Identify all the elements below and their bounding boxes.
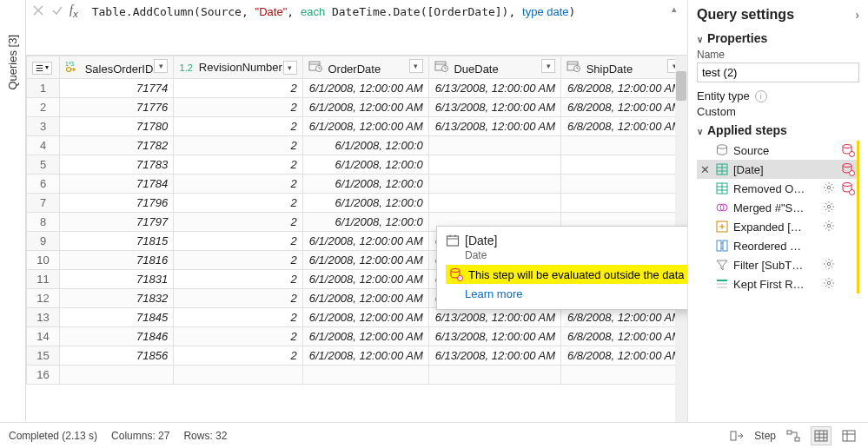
table-row[interactable]: 47178226/1/2008, 12:00:0	[27, 136, 687, 155]
cell-salesorderid[interactable]: 71783	[60, 155, 174, 175]
cell-shipdate[interactable]: 6/8/2008, 12:00:00 AM	[561, 98, 687, 117]
table-row[interactable]: 17177426/1/2008, 12:00:00 AM6/13/2008, 1…	[27, 79, 687, 98]
cell-shipdate[interactable]	[561, 366, 687, 385]
cell-revisionnumber[interactable]: 2	[174, 175, 303, 194]
applied-step[interactable]: Filter [SubT…	[697, 255, 857, 274]
gear-icon[interactable]	[823, 277, 837, 291]
cell-salesorderid[interactable]: 71856	[60, 346, 174, 366]
cell-salesorderid[interactable]: 71780	[60, 117, 174, 136]
table-row[interactable]: 16	[27, 366, 687, 385]
cell-salesorderid[interactable]: 71846	[60, 327, 174, 346]
cell-duedate[interactable]: 6/13/2008, 12:00:00 AM	[428, 346, 560, 366]
table-row[interactable]: 37178026/1/2008, 12:00:00 AM6/13/2008, 1…	[27, 117, 687, 136]
cell-duedate[interactable]: 6/13/2008, 12:00:00 AM	[428, 117, 560, 136]
cell-orderdate[interactable]: 6/1/2008, 12:00:00 AM	[302, 232, 428, 251]
applied-step[interactable]: Source	[697, 141, 857, 160]
cell-salesorderid[interactable]: 71796	[60, 194, 174, 213]
formula-expand-button[interactable]: ▴	[666, 3, 682, 15]
table-row[interactable]: 67178426/1/2008, 12:00:0	[27, 175, 687, 194]
row-header[interactable]: 4	[27, 136, 60, 155]
row-header[interactable]: 10	[27, 251, 60, 270]
cell-duedate[interactable]: 6/13/2008, 12:00:00 AM	[428, 98, 560, 117]
queries-rail[interactable]: Queries [3]	[0, 0, 26, 422]
cell-duedate[interactable]	[428, 175, 560, 194]
cell-duedate[interactable]: 6/13/2008, 12:00:00 AM	[428, 79, 560, 98]
col-header-shipdate[interactable]: ShipDate ▾	[561, 56, 687, 79]
learn-more-link[interactable]: Learn more	[465, 287, 687, 300]
cell-shipdate[interactable]	[561, 155, 687, 175]
col-filter-button[interactable]: ▾	[283, 61, 297, 75]
cell-orderdate[interactable]: 6/1/2008, 12:00:00 AM	[302, 270, 428, 289]
cell-orderdate[interactable]: 6/1/2008, 12:00:0	[302, 136, 428, 155]
cell-orderdate[interactable]: 6/1/2008, 12:00:00 AM	[302, 251, 428, 270]
cell-revisionnumber[interactable]: 2	[174, 289, 303, 308]
row-header[interactable]: 12	[27, 289, 60, 308]
table-row[interactable]: 57178326/1/2008, 12:00:0	[27, 155, 687, 175]
applied-steps-heading[interactable]: Applied steps	[697, 123, 859, 137]
cell-orderdate[interactable]	[302, 366, 428, 385]
col-header-revisionnumber[interactable]: 1.2 RevisionNumber ▾	[174, 56, 303, 79]
applied-step[interactable]: Kept First R…	[697, 274, 857, 293]
cell-orderdate[interactable]: 6/1/2008, 12:00:0	[302, 175, 428, 194]
cell-shipdate[interactable]: 6/8/2008, 12:00:00 AM	[561, 346, 687, 366]
panel-collapse-button[interactable]: ›	[855, 8, 859, 22]
row-header[interactable]: 14	[27, 327, 60, 346]
cell-orderdate[interactable]: 6/1/2008, 12:00:00 AM	[302, 346, 428, 366]
col-header-duedate[interactable]: DueDate ▾	[428, 56, 560, 79]
cell-shipdate[interactable]: 6/8/2008, 12:00:00 AM	[561, 79, 687, 98]
cell-shipdate[interactable]: 6/8/2008, 12:00:00 AM	[561, 117, 687, 136]
cell-revisionnumber[interactable]: 2	[174, 232, 303, 251]
gear-icon[interactable]	[823, 258, 837, 272]
cell-duedate[interactable]	[428, 366, 560, 385]
table-picker-icon[interactable]: ☰▾	[32, 62, 52, 75]
cell-orderdate[interactable]: 6/1/2008, 12:00:0	[302, 213, 428, 232]
table-row[interactable]: 27177626/1/2008, 12:00:00 AM6/13/2008, 1…	[27, 98, 687, 117]
step-nav-button[interactable]	[726, 426, 747, 445]
cell-salesorderid[interactable]: 71832	[60, 289, 174, 308]
row-header[interactable]: 15	[27, 346, 60, 366]
cell-orderdate[interactable]: 6/1/2008, 12:00:0	[302, 155, 428, 175]
cell-revisionnumber[interactable]: 2	[174, 117, 303, 136]
cell-salesorderid[interactable]: 71797	[60, 213, 174, 232]
row-header[interactable]: 13	[27, 308, 60, 327]
cell-shipdate[interactable]	[561, 136, 687, 155]
select-all-corner[interactable]: ☰▾	[27, 56, 60, 79]
cell-revisionnumber[interactable]: 2	[174, 98, 303, 117]
cell-duedate[interactable]	[428, 136, 560, 155]
cell-revisionnumber[interactable]: 2	[174, 79, 303, 98]
cell-salesorderid[interactable]: 71845	[60, 308, 174, 327]
cell-salesorderid[interactable]	[60, 366, 174, 385]
cell-revisionnumber[interactable]: 2	[174, 346, 303, 366]
cell-orderdate[interactable]: 6/1/2008, 12:00:00 AM	[302, 308, 428, 327]
commit-icon[interactable]	[50, 3, 64, 17]
row-header[interactable]: 1	[27, 79, 60, 98]
cell-duedate[interactable]: 6/13/2008, 12:00:00 AM	[428, 308, 560, 327]
cell-revisionnumber[interactable]: 2	[174, 251, 303, 270]
query-name-input[interactable]	[697, 63, 859, 82]
delete-step-button[interactable]: ✕	[699, 163, 711, 176]
cell-salesorderid[interactable]: 71774	[60, 79, 174, 98]
cell-revisionnumber[interactable]: 2	[174, 213, 303, 232]
col-filter-button[interactable]: ▾	[154, 59, 168, 73]
cell-duedate[interactable]: 6/13/2008, 12:00:00 AM	[428, 327, 560, 346]
row-header[interactable]: 6	[27, 175, 60, 194]
applied-step[interactable]: Expanded […	[697, 217, 857, 236]
cell-orderdate[interactable]: 6/1/2008, 12:00:00 AM	[302, 289, 428, 308]
table-row[interactable]: 157185626/1/2008, 12:00:00 AM6/13/2008, …	[27, 346, 687, 366]
info-icon[interactable]: i	[755, 90, 767, 102]
cell-revisionnumber[interactable]: 2	[174, 308, 303, 327]
cell-duedate[interactable]	[428, 194, 560, 213]
row-header[interactable]: 11	[27, 270, 60, 289]
row-header[interactable]: 3	[27, 117, 60, 136]
data-view-button[interactable]	[811, 426, 832, 445]
cell-salesorderid[interactable]: 71782	[60, 136, 174, 155]
cell-orderdate[interactable]: 6/1/2008, 12:00:0	[302, 194, 428, 213]
cell-revisionnumber[interactable]: 2	[174, 194, 303, 213]
cell-revisionnumber[interactable]	[174, 366, 303, 385]
cell-orderdate[interactable]: 6/1/2008, 12:00:00 AM	[302, 98, 428, 117]
cell-revisionnumber[interactable]: 2	[174, 327, 303, 346]
data-grid[interactable]: ☰▾ 1²3 SalesOrderID ▾ 1.2 RevisionNumber	[26, 56, 687, 422]
row-header[interactable]: 9	[27, 232, 60, 251]
applied-step[interactable]: Merged #"S…	[697, 198, 857, 217]
row-header[interactable]: 7	[27, 194, 60, 213]
